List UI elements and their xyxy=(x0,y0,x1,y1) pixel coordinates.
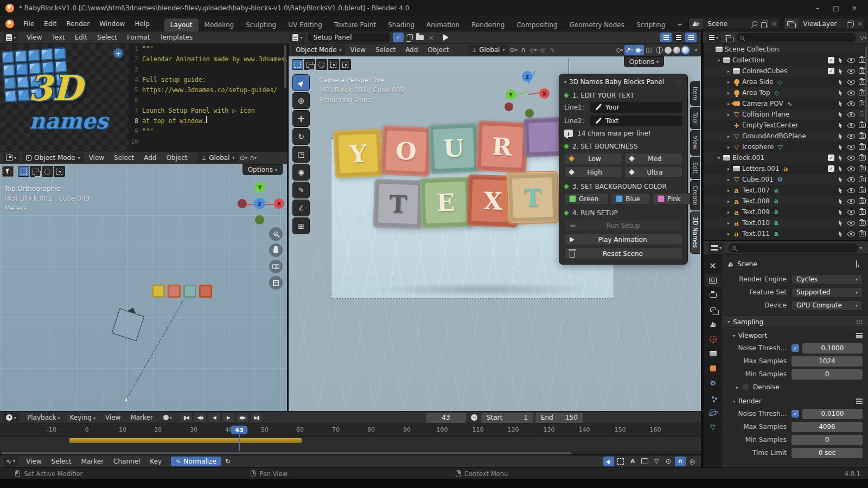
mode-dropdown[interactable]: Object Mode▾ xyxy=(292,45,346,55)
expand-arrow-icon[interactable]: ▸ xyxy=(725,91,732,95)
axis-x-ball[interactable]: X xyxy=(539,88,550,99)
code-line[interactable]: 6 xyxy=(129,95,287,106)
transport-button[interactable]: ▶ xyxy=(222,413,235,422)
scene-selector[interactable]: ▾ Scene xyxy=(688,18,780,29)
denoise-row[interactable]: ▸Denoise xyxy=(722,381,868,394)
selectable-icon[interactable] xyxy=(838,198,844,204)
mini-block[interactable] xyxy=(183,285,196,298)
outliner-row[interactable]: ▸ Icosphere xyxy=(704,142,868,152)
menu-item[interactable]: Object xyxy=(161,152,192,163)
number-field[interactable]: 1024 xyxy=(792,356,863,367)
render-visibility-icon[interactable] xyxy=(859,144,866,150)
auto-normalize-refresh-icon[interactable] xyxy=(222,457,233,466)
graph-header-icon[interactable] xyxy=(627,457,638,466)
menu-item[interactable]: View xyxy=(21,456,46,467)
outliner-scrollbar[interactable] xyxy=(865,46,867,122)
workspace-tab[interactable]: + xyxy=(671,18,688,31)
checkbox-checked[interactable] xyxy=(792,344,799,352)
panel-grip-icon[interactable]: ⋯ xyxy=(675,78,682,86)
outliner-row[interactable]: ▸ Text.008 xyxy=(704,196,868,207)
select-box-button[interactable] xyxy=(18,166,29,177)
select-subtract-button[interactable] xyxy=(42,166,53,177)
outliner-row[interactable]: ▾ Block.001 xyxy=(704,152,868,163)
close-button[interactable]: × xyxy=(846,2,863,14)
mini-block[interactable] xyxy=(199,285,212,298)
editor-type-button[interactable]: ▾ xyxy=(3,153,19,163)
outliner-row[interactable]: ▸ Letters.001 xyxy=(704,163,868,174)
select-subtract-button[interactable] xyxy=(316,59,327,70)
xray-toggle[interactable]: ◫ xyxy=(644,45,654,55)
normalize-button[interactable]: ∿Normalize xyxy=(171,457,221,466)
line2-input[interactable]: Text xyxy=(590,115,682,126)
menu-item[interactable]: Select xyxy=(92,32,122,43)
object-name[interactable]: Block.001 xyxy=(732,154,764,162)
render-visibility-icon[interactable] xyxy=(859,220,866,226)
graph-header-icon[interactable] xyxy=(651,457,662,466)
bounciness-button[interactable]: Low xyxy=(564,153,622,164)
render-visibility-icon[interactable] xyxy=(859,198,866,204)
tool-button[interactable] xyxy=(292,164,310,181)
outliner-row[interactable]: ▸ Collision Plane xyxy=(704,109,868,120)
pivot-dropdown[interactable]: ⊙▾ xyxy=(238,153,248,163)
collection-checkbox[interactable] xyxy=(828,68,834,74)
snap-magnet-toggle[interactable]: ∩ xyxy=(518,45,528,55)
tweak-tool-button[interactable] xyxy=(2,166,14,177)
outliner-row[interactable]: ▸ Area Side xyxy=(704,76,868,87)
line-numbers-toggle[interactable] xyxy=(673,33,684,42)
menu-item[interactable]: View xyxy=(100,412,125,423)
object-name[interactable]: Text.007 xyxy=(742,187,770,194)
render-visibility-icon[interactable] xyxy=(859,166,866,171)
object-name[interactable]: Text.008 xyxy=(742,197,770,205)
object-name[interactable]: Collection xyxy=(732,56,764,64)
timeline-ruler[interactable]: -100102030405060708090100110120130140150… xyxy=(0,424,701,437)
code-line[interactable]: 4 Full setup guide: xyxy=(129,75,287,85)
selectable-icon[interactable] xyxy=(838,100,844,107)
property-dropdown[interactable]: GPU Compute▾ xyxy=(792,300,863,311)
selectable-icon[interactable] xyxy=(838,79,844,85)
selectable-icon[interactable] xyxy=(838,230,844,237)
code-line[interactable]: 9 """ xyxy=(129,126,287,137)
axis-x-neg-ball[interactable] xyxy=(505,102,513,111)
baby-block[interactable]: E xyxy=(419,176,471,228)
add-image-button[interactable]: + xyxy=(113,48,123,58)
graph-header-icon[interactable] xyxy=(603,457,614,466)
properties-tab[interactable] xyxy=(705,318,721,331)
menu-item[interactable]: Select xyxy=(47,456,76,467)
editor-type-button[interactable]: ▾ xyxy=(3,413,19,422)
gizmos-toggle[interactable]: ↗▾ xyxy=(624,45,634,55)
collapse-icon[interactable]: ▾ xyxy=(564,80,566,85)
object-name[interactable]: Icosphere xyxy=(742,143,774,151)
display-mode-button[interactable]: ▾ xyxy=(724,33,734,43)
menu-item[interactable]: Render xyxy=(61,18,94,29)
properties-search-input[interactable] xyxy=(729,243,858,253)
sidebar-tab[interactable]: View xyxy=(690,130,700,155)
menu-item[interactable]: Add xyxy=(400,44,423,55)
background-color-button[interactable]: Blue xyxy=(611,193,650,204)
expand-arrow-icon[interactable]: ▸ xyxy=(725,221,732,226)
expand-arrow-icon[interactable]: ▸ xyxy=(725,112,732,117)
tool-button[interactable] xyxy=(292,200,310,216)
selectable-icon[interactable] xyxy=(838,220,844,226)
workspace-tab[interactable]: Animation xyxy=(420,18,465,31)
menu-item[interactable]: View xyxy=(22,32,47,43)
baby-block[interactable]: U xyxy=(428,123,480,174)
menu-item[interactable]: Object xyxy=(423,44,454,55)
outliner-row[interactable]: Scene Collection xyxy=(704,44,868,55)
editor-type-button[interactable]: ▾ xyxy=(709,243,724,253)
bounciness-button[interactable]: High xyxy=(564,166,622,178)
play-animation-button[interactable]: Play Animation xyxy=(564,234,682,245)
outliner-row[interactable]: ▸ Camera POV xyxy=(704,98,868,109)
baby-block[interactable]: T xyxy=(507,172,558,223)
text-datablock-icon-button[interactable]: ▾ xyxy=(290,33,305,42)
menu-item[interactable]: Templates xyxy=(155,32,197,43)
menu-item[interactable]: Marker xyxy=(76,456,108,467)
tool-button[interactable] xyxy=(292,128,310,145)
collection-checkbox[interactable] xyxy=(828,57,834,63)
render-visibility-icon[interactable] xyxy=(859,231,866,236)
workspace-tab[interactable]: Rendering xyxy=(465,18,510,31)
axis-z-ball[interactable]: Z xyxy=(522,71,533,82)
collection-checkbox[interactable] xyxy=(828,155,834,161)
workspace-tab[interactable]: UV Editing xyxy=(282,18,328,31)
outliner-filter-button[interactable]: ▾ xyxy=(858,33,868,43)
line1-input[interactable]: Your xyxy=(590,102,682,113)
